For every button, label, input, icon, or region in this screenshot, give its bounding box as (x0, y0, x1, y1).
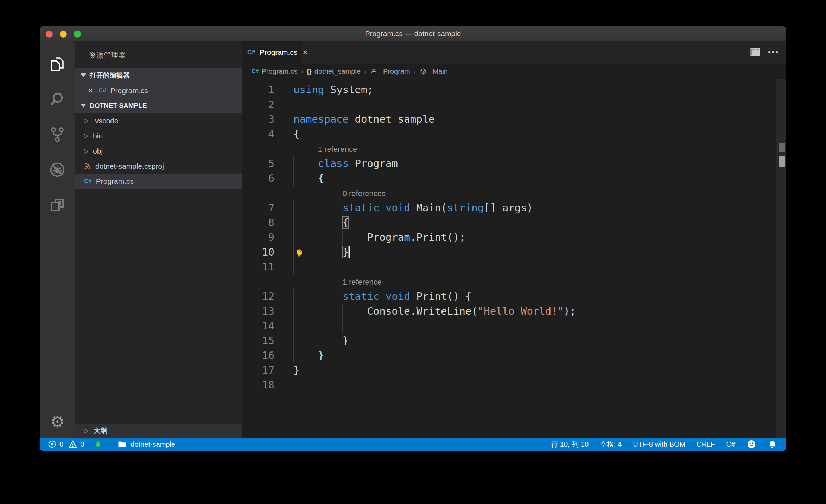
code-line-14[interactable]: 14 (242, 318, 786, 333)
activity-item-extensions[interactable] (40, 189, 75, 220)
code-line-15[interactable]: 15 } (242, 333, 786, 348)
tree-item-obj[interactable]: ▷obj (75, 143, 242, 159)
code-text: class Program (293, 156, 398, 171)
code-line-11[interactable]: 11 (242, 259, 786, 274)
code-line-6[interactable]: 6 { (242, 171, 786, 186)
open-editor-label: Program.cs (110, 86, 148, 95)
method-symbol-icon (419, 67, 430, 75)
tree-item-label: .vscode (93, 117, 118, 125)
problems-errors[interactable]: 0 (47, 440, 63, 449)
notifications-bell[interactable] (768, 440, 777, 449)
code-line-12[interactable]: 12 static void Print() { (242, 289, 786, 304)
workspace-folder[interactable]: dotnet-sample (117, 439, 175, 449)
activity-item-explorer[interactable] (40, 49, 75, 80)
status-encoding[interactable]: UTF-8 with BOM (633, 440, 685, 448)
tree-item-label: bin (93, 132, 103, 140)
code-line-18[interactable]: 18 (242, 377, 786, 392)
breadcrumb-label: dotnet_sample (314, 67, 361, 76)
editor-scrollbar[interactable] (776, 79, 786, 438)
chevron-right-icon: ▷ (84, 117, 89, 124)
csharp-file-icon: C# (252, 68, 259, 75)
section-header-打开的编辑器[interactable]: 打开的编辑器 (75, 68, 242, 83)
code-line-9[interactable]: 9 Program.Print(); (242, 230, 786, 245)
line-number: 11 (242, 259, 274, 274)
feedback-smiley[interactable] (746, 439, 756, 449)
bell-icon (768, 440, 777, 449)
codelens-reference[interactable]: 1 reference (318, 141, 357, 156)
code-text: static void Print() { (293, 289, 471, 304)
code-text: { (293, 127, 299, 141)
line-number: 6 (242, 171, 274, 186)
activity-item-source-control[interactable] (40, 119, 75, 150)
tree-item-dotnet-sample-csproj[interactable]: dotnet-sample.csproj (75, 159, 242, 174)
code-line-8[interactable]: 8 { (242, 215, 786, 230)
twistie-icon (81, 73, 86, 77)
close-tab-icon[interactable]: ✕ (302, 49, 308, 57)
breadcrumb-item-dotnet-sample[interactable]: {}dotnet_sample (307, 67, 361, 76)
activity-item-debug[interactable] (40, 154, 75, 185)
csharp-file-icon: C# (99, 87, 106, 94)
breadcrumb-item-main[interactable]: Main (419, 67, 448, 76)
indent-guide (318, 318, 318, 333)
code-editor[interactable]: 1using System;23namespace dotnet_sample4… (242, 79, 786, 438)
code-line-4[interactable]: 4{ (242, 127, 786, 141)
overview-ruler-mark (779, 156, 785, 167)
csproj-feed-icon (75, 162, 95, 170)
code-line-7[interactable]: 7 static void Main(string[] args) (242, 200, 786, 215)
status-cursor-position[interactable]: 行 10, 列 10 (551, 440, 589, 449)
code-line-5[interactable]: 5 class Program (242, 156, 786, 171)
open-editor-item-program-cs[interactable]: ✕C#Program.cs (75, 83, 242, 98)
codelens-reference[interactable]: 0 references (343, 186, 386, 200)
tab-strip: C# Program.cs ✕ ••• (242, 41, 786, 64)
problems-warnings[interactable]: 0 (68, 440, 84, 449)
tree-item-program-cs[interactable]: C#Program.cs (75, 174, 242, 189)
code-line-13[interactable]: 13 Console.WriteLine("Hello World!"); (242, 304, 786, 318)
editor-group: C# Program.cs ✕ ••• C#Program.cs›{}dotne… (242, 41, 786, 438)
bracket-match: { (343, 217, 349, 228)
line-number: 13 (242, 304, 274, 318)
code-line-16[interactable]: 16 } (242, 348, 786, 363)
folder-icon (117, 439, 127, 449)
debug-icon (49, 161, 66, 178)
breadcrumb-separator: › (364, 68, 366, 75)
tree-item-bin[interactable]: ▷bin (75, 128, 242, 143)
twistie-icon (81, 104, 86, 108)
more-actions-icon[interactable]: ••• (768, 45, 779, 60)
section-label: 打开的编辑器 (90, 71, 130, 80)
chevron-right-icon: ▷ (84, 427, 89, 434)
code-line-3[interactable]: 3namespace dotnet_sample (242, 112, 786, 127)
omnisharp-status[interactable] (93, 439, 103, 449)
breadcrumb-item-program-cs[interactable]: C#Program.cs (252, 67, 298, 76)
outline-section-header[interactable]: ▷ 大纲 (75, 424, 242, 438)
line-number: 15 (242, 333, 274, 348)
tab-program-cs[interactable]: C# Program.cs ✕ (242, 41, 302, 64)
code-line-10[interactable]: 10 } (242, 245, 786, 259)
code-line-17[interactable]: 17} (242, 363, 786, 377)
line-number: 8 (242, 215, 274, 230)
warning-icon (68, 440, 77, 449)
warning-count: 0 (80, 440, 84, 448)
tree-item-vscode[interactable]: ▷.vscode (75, 113, 242, 128)
code-line-1[interactable]: 1using System; (242, 82, 786, 97)
vscode-window: Program.cs — dotnet-sample ⚙ 资源管理器 打开的编辑… (40, 26, 786, 451)
flame-icon (93, 439, 103, 449)
breadcrumb-label: Program (383, 67, 410, 76)
text-cursor (349, 246, 350, 258)
status-indentation[interactable]: 空格: 4 (600, 440, 622, 449)
breadcrumb-label: Main (433, 67, 448, 76)
lightbulb-icon[interactable] (294, 247, 304, 257)
split-editor-icon[interactable] (750, 47, 761, 58)
section-header-dotnet-sample[interactable]: DOTNET-SAMPLE (75, 98, 242, 113)
code-line-2[interactable]: 2 (242, 97, 786, 112)
close-icon[interactable]: ✕ (88, 86, 94, 95)
extensions-icon (49, 196, 66, 213)
error-count: 0 (59, 440, 63, 448)
settings-gear-button[interactable]: ⚙ (40, 409, 75, 434)
sidebar-title: 资源管理器 (75, 41, 242, 68)
status-language[interactable]: C# (726, 440, 735, 448)
activity-item-search[interactable] (40, 84, 75, 115)
codelens-reference[interactable]: 1 reference (343, 274, 382, 289)
breadcrumb-item-program[interactable]: Program (370, 67, 410, 76)
status-eol[interactable]: CRLF (697, 440, 715, 448)
chevron-right-icon: ▷ (84, 147, 89, 155)
